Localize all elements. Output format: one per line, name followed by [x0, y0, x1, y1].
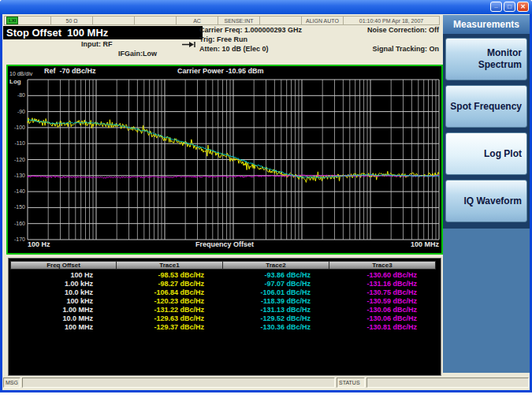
msg-label: MSG — [3, 378, 20, 388]
impedance-indicator: 50 Ω — [51, 17, 93, 24]
trace3-cell: -130.59 dBc/Hz — [329, 297, 436, 306]
carrier-power-label: Carrier Power -10.95 dBm — [177, 67, 264, 75]
trace2-cell: -118.39 dBc/Hz — [223, 297, 329, 306]
menu-button-spot-frequency[interactable]: Spot Frequency — [445, 85, 527, 128]
trace3-cell: -130.75 dBc/Hz — [329, 288, 436, 297]
table-body: 100 Hz -98.53 dBc/Hz -93.86 dBc/Hz -130.… — [10, 271, 436, 332]
close-button[interactable]: ✕ — [517, 2, 529, 12]
log-plot-graticule: 10 dB/div Log Ref -70 dBc/Hz Carrier Pow… — [6, 65, 443, 255]
status-cell: LXI — [5, 17, 51, 24]
input-indicator: Input: RF — [81, 40, 113, 48]
y-tick-label: -160 — [8, 221, 25, 226]
sense-indicator: SENSE:INT — [218, 17, 260, 24]
trace1-cell: -98.27 dBc/Hz — [117, 280, 223, 288]
msg-field — [22, 378, 335, 388]
trace2-cell: -106.01 dBc/Hz — [223, 288, 329, 297]
analyzer-window: _ □ ✕ LXI 50 Ω AC SENSE:INT ALIGN AUTO 0… — [0, 0, 532, 398]
trace1-cell: -131.22 dBc/Hz — [117, 306, 223, 314]
status-field — [366, 378, 529, 388]
trace2-cell: -131.13 dBc/Hz — [223, 306, 329, 314]
column-header-freq-offset: Freq Offset — [10, 261, 117, 270]
trace2-cell: -129.52 dBc/Hz — [223, 314, 329, 323]
status-cell-empty — [93, 17, 135, 24]
trace1-cell: -106.84 dBc/Hz — [117, 288, 223, 297]
footer-status-bar: MSG STATUS — [2, 377, 530, 389]
maximize-button[interactable]: □ — [504, 2, 515, 12]
table-row: 100 Hz -98.53 dBc/Hz -93.86 dBc/Hz -130.… — [10, 271, 436, 280]
freq-cell: 100 Hz — [10, 271, 117, 280]
plot-canvas — [8, 66, 441, 253]
trace2-cell: -130.36 dBc/Hz — [223, 323, 329, 332]
scale-type-label: Log — [9, 78, 21, 85]
measurement-title: Stop Offset 100 MHz — [3, 26, 203, 39]
menu-title: Measurements — [443, 15, 530, 34]
carrier-freq-label: Carrier Freq: 1.000000293 GHz — [199, 26, 302, 34]
table-header-row: Freq Offset Trace1 Trace2 Trace3 — [10, 261, 436, 270]
trace3-cell: -130.81 dBc/Hz — [329, 323, 436, 332]
y-tick-label: -150 — [8, 204, 25, 210]
freq-cell: 100 kHz — [10, 297, 117, 306]
ifgain-indicator: IFGain:Low — [118, 50, 157, 58]
atten-label: Atten: 10 dB (Elec 0) — [199, 45, 269, 53]
status-label: STATUS — [337, 378, 365, 388]
title-bar[interactable]: _ □ ✕ — [0, 0, 532, 14]
results-table: Freq Offset Trace1 Trace2 Trace3 100 Hz … — [8, 258, 441, 376]
table-row: 100 MHz -129.37 dBc/Hz -130.36 dBc/Hz -1… — [10, 323, 436, 332]
y-tick-label: -110 — [8, 140, 25, 146]
trace3-cell: -131.16 dBc/Hz — [329, 280, 436, 288]
align-indicator: ALIGN AUTO — [302, 17, 344, 24]
table-row: 1.00 MHz -131.22 dBc/Hz -131.13 dBc/Hz -… — [10, 306, 436, 314]
trigger-arrow-icon — [182, 41, 196, 48]
datetime-display: 01:10:40 PM Apr 18, 2007 — [344, 17, 439, 24]
trace1-cell: -129.37 dBc/Hz — [117, 323, 223, 332]
y-tick-label: -90 — [8, 109, 25, 114]
signal-tracking-label: Signal Tracking: On — [315, 45, 439, 53]
table-row: 10.0 MHz -129.63 dBc/Hz -129.52 dBc/Hz -… — [10, 314, 436, 323]
freq-cell: 10.0 MHz — [10, 314, 117, 323]
status-cell-empty — [135, 17, 177, 24]
scale-per-div-label: 10 dB/div — [9, 71, 32, 76]
x-axis-stop-label: 100 MHz — [411, 240, 439, 248]
y-tick-label: -80 — [8, 92, 25, 98]
column-header-trace1: Trace1 — [117, 261, 223, 270]
trace3-cell: -130.06 dBc/Hz — [329, 314, 436, 323]
trace2-cell: -93.86 dBc/Hz — [223, 271, 329, 280]
ref-level-label: Ref -70 dBc/Hz — [44, 67, 96, 75]
trace1-cell: -129.63 dBc/Hz — [117, 314, 223, 323]
window-controls: _ □ ✕ — [490, 2, 529, 12]
trig-label: Trig: Free Run — [199, 35, 247, 43]
menu-button-monitor-spectrum[interactable]: Monitor Spectrum — [445, 38, 527, 80]
freq-cell: 100 MHz — [10, 323, 117, 332]
noise-correction-label: Noise Correction: Off — [315, 26, 439, 34]
trace3-cell: -130.60 dBc/Hz — [329, 271, 436, 280]
coupling-indicator: AC — [177, 17, 218, 24]
close-icon: ✕ — [520, 3, 526, 10]
trace3-cell: -130.06 dBc/Hz — [329, 306, 436, 314]
y-tick-label: -140 — [8, 188, 25, 194]
maximize-icon: □ — [508, 3, 512, 10]
y-tick-label: -120 — [8, 157, 25, 162]
freq-cell: 10.0 kHz — [10, 288, 117, 297]
freq-cell: 1.00 kHz — [10, 280, 117, 288]
y-tick-label: -130 — [8, 173, 25, 178]
table-row: 10.0 kHz -106.84 dBc/Hz -106.01 dBc/Hz -… — [10, 288, 436, 297]
column-header-trace2: Trace2 — [223, 261, 329, 270]
menu-button-log-plot[interactable]: Log Plot — [445, 132, 527, 175]
minimize-button[interactable]: _ — [490, 2, 502, 12]
trace2-cell: -97.07 dBc/Hz — [223, 280, 329, 288]
table-row: 1.00 kHz -98.27 dBc/Hz -97.07 dBc/Hz -13… — [10, 280, 436, 288]
softkey-menu-panel: Measurements Monitor Spectrum Spot Frequ… — [443, 15, 530, 373]
column-header-trace3: Trace3 — [329, 261, 436, 270]
freq-cell: 1.00 MHz — [10, 306, 117, 314]
trace1-cell: -98.53 dBc/Hz — [117, 271, 223, 280]
x-axis-title: Frequency Offset — [8, 240, 441, 248]
y-tick-label: -100 — [8, 125, 25, 130]
minimize-icon: _ — [494, 2, 497, 9]
lxi-indicator: LXI — [6, 17, 18, 24]
status-cell-empty — [260, 17, 302, 24]
table-row: 100 kHz -120.23 dBc/Hz -118.39 dBc/Hz -1… — [10, 297, 436, 306]
status-strip: LXI 50 Ω AC SENSE:INT ALIGN AUTO 01:10:4… — [4, 16, 440, 25]
bottom-margin — [0, 392, 532, 398]
menu-button-iq-waveform[interactable]: IQ Waveform — [445, 180, 527, 222]
trace1-cell: -120.23 dBc/Hz — [117, 297, 223, 306]
